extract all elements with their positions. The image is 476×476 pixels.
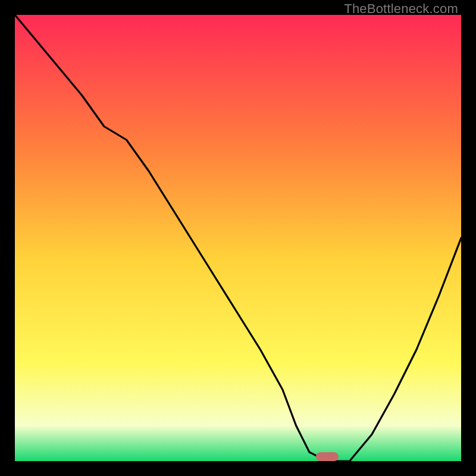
watermark-text: TheBottleneck.com: [344, 1, 458, 17]
chart-frame: [15, 15, 461, 461]
optimal-marker: [316, 452, 339, 461]
chart-svg: [15, 15, 461, 461]
